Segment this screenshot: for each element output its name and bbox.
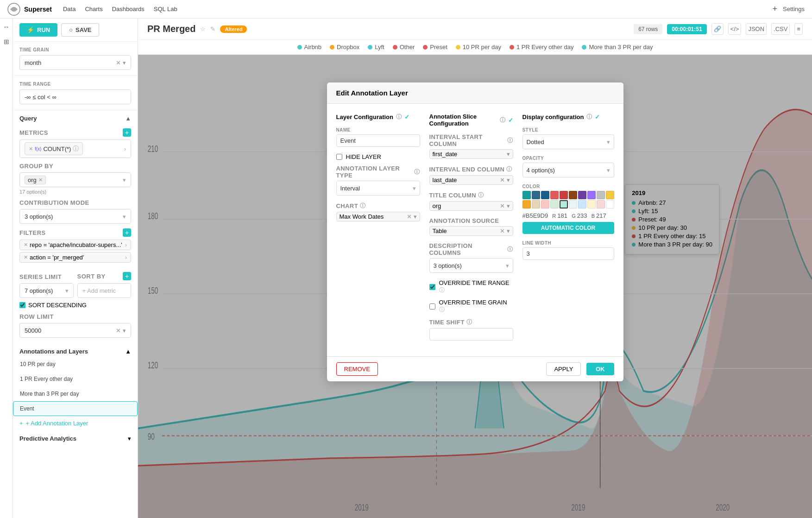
end-col-clear-icon[interactable]: ✕ <box>500 177 505 183</box>
metric-remove-icon[interactable]: ✕ <box>29 146 33 152</box>
color-swatch-2[interactable] <box>532 191 540 199</box>
add-annotation-layer-button[interactable]: + + Add Annotation Layer <box>13 416 138 430</box>
csv-btn[interactable]: .CSV <box>771 23 790 35</box>
link-icon[interactable]: 🔗 <box>711 23 724 35</box>
legend-dot-other <box>393 45 397 50</box>
sort-by-input[interactable]: + Add metric <box>77 283 132 298</box>
settings-button[interactable]: Settings <box>783 6 805 13</box>
filter-repo-remove[interactable]: ✕ <box>24 242 28 248</box>
annotation-event[interactable]: Event <box>13 401 138 416</box>
run-button[interactable]: ⚡ RUN <box>19 23 57 37</box>
layer-name-input[interactable] <box>336 134 420 147</box>
end-col-select[interactable]: last_date ✕ ▾ <box>429 175 513 185</box>
override-time-grain-row[interactable]: OVERRIDE TIME GRAIN ⓘ <box>429 299 513 314</box>
filter-action-remove[interactable]: ✕ <box>24 254 28 260</box>
color-swatch-11[interactable] <box>522 200 531 208</box>
code-icon[interactable]: </> <box>728 23 742 35</box>
metrics-field[interactable]: ✕ f(x) COUNT(*) ⓘ › <box>19 139 131 158</box>
color-swatch-8[interactable] <box>587 191 596 199</box>
color-swatch-12[interactable] <box>532 200 540 208</box>
add-button[interactable]: + <box>773 4 778 14</box>
start-col-select[interactable]: first_date ▾ <box>429 149 513 159</box>
color-swatch-5[interactable] <box>560 191 568 199</box>
chart-clear-icon[interactable]: ✕ <box>407 213 412 220</box>
nav-sql-lab[interactable]: SQL Lab <box>154 6 177 13</box>
layer-name-label: NAME <box>336 127 420 133</box>
legend-lyft[interactable]: Lyft <box>368 44 384 51</box>
color-swatch-1[interactable] <box>522 191 531 199</box>
ok-button[interactable]: OK <box>586 363 614 375</box>
color-swatch-13[interactable] <box>541 200 549 208</box>
legend-other[interactable]: Other <box>393 44 415 51</box>
add-sort-metric-button[interactable]: + <box>123 272 131 280</box>
legend-dropbox[interactable]: Dropbox <box>330 44 359 51</box>
chart-select[interactable]: Max Work Dates ✕ ▾ <box>336 212 420 221</box>
group-by-remove-icon[interactable]: ✕ <box>38 177 43 183</box>
nav-charts[interactable]: Charts <box>85 6 102 13</box>
title-col-clear-icon[interactable]: ✕ <box>500 202 505 209</box>
legend-airbnb[interactable]: Airbnb <box>297 44 322 51</box>
nav-data[interactable]: Data <box>63 6 76 13</box>
sort-descending-checkbox[interactable] <box>19 302 25 308</box>
time-range-input[interactable]: -∞ ≤ col < ∞ <box>19 89 131 104</box>
color-swatch-3[interactable] <box>541 191 549 199</box>
color-swatch-selected[interactable] <box>560 200 568 208</box>
contribution-mode-select[interactable]: 3 option(s) ▾ <box>19 209 131 224</box>
auto-color-button[interactable]: AUTOMATIC COLOR <box>522 222 614 234</box>
color-swatch-4[interactable] <box>550 191 559 199</box>
desc-col-select[interactable]: 3 option(s) ▾ <box>429 258 513 273</box>
title-col-select[interactable]: org ✕ ▾ <box>429 201 513 211</box>
color-swatch-7[interactable] <box>578 191 586 199</box>
edit-icon[interactable]: ✎ <box>210 25 215 32</box>
sidebar-icon-grid[interactable]: ⊞ <box>2 37 11 46</box>
more-options-icon[interactable]: ≡ <box>794 23 803 35</box>
color-swatch-9[interactable] <box>597 191 605 199</box>
source-clear-icon[interactable]: ✕ <box>500 227 505 234</box>
legend-3pr[interactable]: More than 3 PR per day <box>582 44 653 51</box>
annotation-10pr[interactable]: 10 PR per day <box>13 357 138 372</box>
hide-layer-checkbox[interactable] <box>336 154 342 160</box>
logo[interactable]: Superset <box>7 3 52 16</box>
legend-preset[interactable]: Preset <box>423 44 447 51</box>
json-btn[interactable]: JSON <box>746 23 767 35</box>
annotation-3pr[interactable]: More than 3 PR per day <box>13 386 138 401</box>
anno-type-select[interactable]: Interval ▾ <box>336 181 420 196</box>
clear-icon[interactable]: ✕ <box>116 59 121 66</box>
hide-layer-checkbox-row[interactable]: HIDE LAYER <box>336 153 420 160</box>
apply-button[interactable]: APPLY <box>546 362 581 376</box>
save-button[interactable]: ○ SAVE <box>61 23 99 37</box>
row-limit-select[interactable]: 50000 ✕ ▾ <box>19 323 131 338</box>
series-limit-select[interactable]: 7 option(s) ▾ <box>19 283 74 298</box>
override-time-range-checkbox[interactable] <box>429 284 435 290</box>
group-by-field[interactable]: org ✕ ▾ <box>19 172 131 187</box>
color-swatch-16[interactable] <box>569 200 577 208</box>
color-swatch-14[interactable] <box>550 200 559 208</box>
remove-button[interactable]: REMOVE <box>336 362 378 376</box>
source-select[interactable]: Table ✕ ▾ <box>429 226 513 236</box>
style-select[interactable]: Dotted ▾ <box>522 134 614 149</box>
clear-icon[interactable]: ✕ <box>116 327 121 334</box>
override-time-grain-checkbox[interactable] <box>429 303 435 310</box>
color-swatch-white[interactable] <box>606 200 614 208</box>
color-swatch-19[interactable] <box>597 200 605 208</box>
annotations-section-header[interactable]: Annotations and Layers ▲ <box>13 343 138 357</box>
nav-dashboards[interactable]: Dashboards <box>112 6 145 13</box>
star-icon[interactable]: ☆ <box>200 25 206 32</box>
override-time-range-row[interactable]: OVERRIDE TIME RANGE ⓘ <box>429 279 513 294</box>
annotation-1pr[interactable]: 1 PR Every other day <box>13 372 138 386</box>
legend-1pr[interactable]: 1 PR Every other day <box>510 44 574 51</box>
color-swatch-18[interactable] <box>587 200 596 208</box>
time-grain-select[interactable]: month ✕ ▾ <box>19 55 131 70</box>
add-metric-button[interactable]: + <box>123 128 131 137</box>
query-section-header[interactable]: Query ▲ <box>13 110 138 124</box>
line-width-input[interactable] <box>522 247 614 260</box>
legend-10pr[interactable]: 10 PR per day <box>456 44 501 51</box>
color-swatch-10[interactable] <box>606 191 614 199</box>
opacity-select[interactable]: 4 option(s) ▾ <box>522 163 614 177</box>
predictive-section-header[interactable]: Predictive Analytics ▾ <box>13 430 138 444</box>
add-filter-button[interactable]: + <box>123 228 131 237</box>
sidebar-icon-arrow[interactable]: ↔ <box>2 22 11 32</box>
color-swatch-6[interactable] <box>569 191 577 199</box>
time-shift-input[interactable] <box>429 328 513 341</box>
color-swatch-17[interactable] <box>578 200 586 208</box>
